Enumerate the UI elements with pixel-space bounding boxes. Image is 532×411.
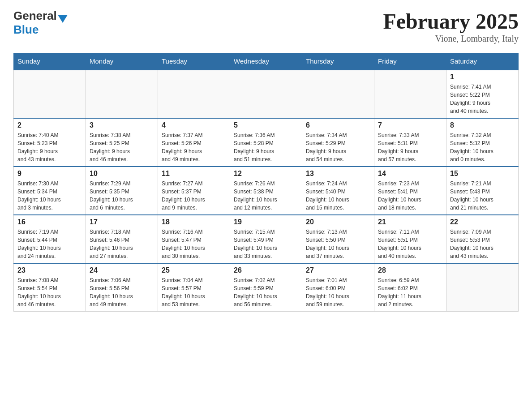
day-number: 26 bbox=[234, 266, 298, 274]
calendar-cell: 15Sunrise: 7:21 AM Sunset: 5:43 PM Dayli… bbox=[446, 167, 519, 215]
calendar-cell bbox=[230, 70, 302, 118]
logo-blue-text: Blue bbox=[13, 23, 39, 36]
calendar-cell: 23Sunrise: 7:08 AM Sunset: 5:54 PM Dayli… bbox=[14, 263, 86, 312]
calendar-cell: 8Sunrise: 7:32 AM Sunset: 5:32 PM Daylig… bbox=[446, 118, 519, 167]
weekday-header-monday: Monday bbox=[86, 53, 158, 70]
day-number: 6 bbox=[306, 121, 370, 129]
day-number: 15 bbox=[450, 170, 515, 178]
day-number: 13 bbox=[306, 170, 370, 178]
calendar-table: SundayMondayTuesdayWednesdayThursdayFrid… bbox=[13, 53, 519, 312]
calendar-cell: 10Sunrise: 7:29 AM Sunset: 5:35 PM Dayli… bbox=[86, 167, 158, 215]
day-number: 14 bbox=[378, 170, 442, 178]
calendar-cell: 2Sunrise: 7:40 AM Sunset: 5:23 PM Daylig… bbox=[14, 118, 86, 167]
calendar-cell: 7Sunrise: 7:33 AM Sunset: 5:31 PM Daylig… bbox=[374, 118, 446, 167]
month-title: February 2025 bbox=[383, 9, 519, 34]
weekday-header-wednesday: Wednesday bbox=[230, 53, 302, 70]
calendar-cell: 25Sunrise: 7:04 AM Sunset: 5:57 PM Dayli… bbox=[158, 263, 230, 312]
calendar-cell: 27Sunrise: 7:01 AM Sunset: 6:00 PM Dayli… bbox=[302, 263, 374, 312]
day-number: 18 bbox=[162, 218, 226, 226]
day-number: 12 bbox=[234, 170, 298, 178]
day-number: 7 bbox=[378, 121, 442, 129]
day-info: Sunrise: 7:36 AM Sunset: 5:28 PM Dayligh… bbox=[234, 131, 298, 163]
day-info: Sunrise: 7:27 AM Sunset: 5:37 PM Dayligh… bbox=[162, 180, 226, 212]
calendar-cell: 26Sunrise: 7:02 AM Sunset: 5:59 PM Dayli… bbox=[230, 263, 302, 312]
calendar-week-row-4: 23Sunrise: 7:08 AM Sunset: 5:54 PM Dayli… bbox=[14, 263, 519, 312]
calendar-cell: 5Sunrise: 7:36 AM Sunset: 5:28 PM Daylig… bbox=[230, 118, 302, 167]
day-number: 3 bbox=[90, 121, 154, 129]
day-info: Sunrise: 7:15 AM Sunset: 5:49 PM Dayligh… bbox=[234, 228, 298, 260]
calendar-cell: 9Sunrise: 7:30 AM Sunset: 5:34 PM Daylig… bbox=[14, 167, 86, 215]
day-info: Sunrise: 7:08 AM Sunset: 5:54 PM Dayligh… bbox=[17, 276, 82, 308]
day-number: 25 bbox=[162, 266, 226, 274]
day-number: 8 bbox=[450, 121, 515, 129]
day-number: 24 bbox=[90, 266, 154, 274]
calendar-week-row-1: 2Sunrise: 7:40 AM Sunset: 5:23 PM Daylig… bbox=[14, 118, 519, 167]
day-info: Sunrise: 7:30 AM Sunset: 5:34 PM Dayligh… bbox=[17, 180, 82, 212]
day-info: Sunrise: 7:37 AM Sunset: 5:26 PM Dayligh… bbox=[162, 131, 226, 163]
day-info: Sunrise: 6:59 AM Sunset: 6:02 PM Dayligh… bbox=[378, 276, 442, 308]
day-info: Sunrise: 7:16 AM Sunset: 5:47 PM Dayligh… bbox=[162, 228, 226, 260]
day-info: Sunrise: 7:21 AM Sunset: 5:43 PM Dayligh… bbox=[450, 180, 515, 212]
day-number: 11 bbox=[162, 170, 226, 178]
weekday-header-saturday: Saturday bbox=[446, 53, 519, 70]
calendar-cell: 3Sunrise: 7:38 AM Sunset: 5:25 PM Daylig… bbox=[86, 118, 158, 167]
title-section: February 2025 Vione, Lombardy, Italy bbox=[383, 9, 519, 44]
calendar-week-row-2: 9Sunrise: 7:30 AM Sunset: 5:34 PM Daylig… bbox=[14, 167, 519, 215]
logo: General Blue bbox=[13, 9, 68, 37]
weekday-header-thursday: Thursday bbox=[302, 53, 374, 70]
day-number: 16 bbox=[17, 218, 82, 226]
day-number: 27 bbox=[306, 266, 370, 274]
calendar-week-row-0: 1Sunrise: 7:41 AM Sunset: 5:22 PM Daylig… bbox=[14, 70, 519, 118]
weekday-header-sunday: Sunday bbox=[14, 53, 86, 70]
logo-triangle-icon bbox=[58, 15, 68, 23]
calendar-cell: 21Sunrise: 7:11 AM Sunset: 5:51 PM Dayli… bbox=[374, 215, 446, 263]
day-number: 17 bbox=[90, 218, 154, 226]
day-number: 28 bbox=[378, 266, 442, 274]
calendar-cell: 18Sunrise: 7:16 AM Sunset: 5:47 PM Dayli… bbox=[158, 215, 230, 263]
day-info: Sunrise: 7:26 AM Sunset: 5:38 PM Dayligh… bbox=[234, 180, 298, 212]
day-number: 1 bbox=[450, 73, 515, 81]
calendar-cell bbox=[374, 70, 446, 118]
calendar-cell: 17Sunrise: 7:18 AM Sunset: 5:46 PM Dayli… bbox=[86, 215, 158, 263]
day-info: Sunrise: 7:38 AM Sunset: 5:25 PM Dayligh… bbox=[90, 131, 154, 163]
day-info: Sunrise: 7:29 AM Sunset: 5:35 PM Dayligh… bbox=[90, 180, 154, 212]
day-info: Sunrise: 7:01 AM Sunset: 6:00 PM Dayligh… bbox=[306, 276, 370, 308]
day-number: 19 bbox=[234, 218, 298, 226]
day-info: Sunrise: 7:41 AM Sunset: 5:22 PM Dayligh… bbox=[450, 83, 515, 115]
calendar-cell: 6Sunrise: 7:34 AM Sunset: 5:29 PM Daylig… bbox=[302, 118, 374, 167]
calendar-week-row-3: 16Sunrise: 7:19 AM Sunset: 5:44 PM Dayli… bbox=[14, 215, 519, 263]
day-number: 23 bbox=[17, 266, 82, 274]
calendar-cell bbox=[86, 70, 158, 118]
calendar-cell: 12Sunrise: 7:26 AM Sunset: 5:38 PM Dayli… bbox=[230, 167, 302, 215]
calendar-cell bbox=[14, 70, 86, 118]
day-number: 4 bbox=[162, 121, 226, 129]
day-number: 10 bbox=[90, 170, 154, 178]
calendar-cell bbox=[446, 263, 519, 312]
day-info: Sunrise: 7:40 AM Sunset: 5:23 PM Dayligh… bbox=[17, 131, 82, 163]
calendar-cell: 11Sunrise: 7:27 AM Sunset: 5:37 PM Dayli… bbox=[158, 167, 230, 215]
day-info: Sunrise: 7:13 AM Sunset: 5:50 PM Dayligh… bbox=[306, 228, 370, 260]
day-info: Sunrise: 7:34 AM Sunset: 5:29 PM Dayligh… bbox=[306, 131, 370, 163]
svg-marker-0 bbox=[58, 15, 68, 23]
day-info: Sunrise: 7:23 AM Sunset: 5:41 PM Dayligh… bbox=[378, 180, 442, 212]
calendar-cell bbox=[158, 70, 230, 118]
day-info: Sunrise: 7:02 AM Sunset: 5:59 PM Dayligh… bbox=[234, 276, 298, 308]
day-info: Sunrise: 7:11 AM Sunset: 5:51 PM Dayligh… bbox=[378, 228, 442, 260]
calendar-cell bbox=[302, 70, 374, 118]
weekday-header-friday: Friday bbox=[374, 53, 446, 70]
day-info: Sunrise: 7:09 AM Sunset: 5:53 PM Dayligh… bbox=[450, 228, 515, 260]
calendar-cell: 1Sunrise: 7:41 AM Sunset: 5:22 PM Daylig… bbox=[446, 70, 519, 118]
day-info: Sunrise: 7:32 AM Sunset: 5:32 PM Dayligh… bbox=[450, 131, 515, 163]
day-number: 5 bbox=[234, 121, 298, 129]
day-number: 21 bbox=[378, 218, 442, 226]
weekday-header-tuesday: Tuesday bbox=[158, 53, 230, 70]
calendar-cell: 28Sunrise: 6:59 AM Sunset: 6:02 PM Dayli… bbox=[374, 263, 446, 312]
calendar-cell: 13Sunrise: 7:24 AM Sunset: 5:40 PM Dayli… bbox=[302, 167, 374, 215]
day-info: Sunrise: 7:06 AM Sunset: 5:56 PM Dayligh… bbox=[90, 276, 154, 308]
calendar-cell: 24Sunrise: 7:06 AM Sunset: 5:56 PM Dayli… bbox=[86, 263, 158, 312]
day-info: Sunrise: 7:19 AM Sunset: 5:44 PM Dayligh… bbox=[17, 228, 82, 260]
logo-general-text: General bbox=[13, 9, 57, 23]
calendar-cell: 19Sunrise: 7:15 AM Sunset: 5:49 PM Dayli… bbox=[230, 215, 302, 263]
page-header: General Blue February 2025 Vione, Lombar… bbox=[13, 9, 519, 44]
day-info: Sunrise: 7:18 AM Sunset: 5:46 PM Dayligh… bbox=[90, 228, 154, 260]
